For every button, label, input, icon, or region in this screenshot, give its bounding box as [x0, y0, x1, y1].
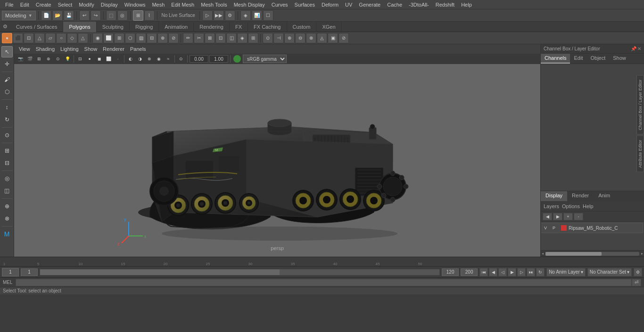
snap-curve-icon[interactable]: ⌇	[144, 10, 155, 21]
vp-menu-show[interactable]: Show	[83, 46, 99, 52]
tab-rigging[interactable]: Rigging	[130, 22, 159, 32]
render-tab[interactable]: Render	[567, 191, 594, 201]
sphere-icon[interactable]: ●	[2, 33, 12, 43]
goto-start-btn[interactable]: ⏮	[479, 268, 488, 276]
anim-tab[interactable]: Anim	[594, 191, 615, 201]
tab-custom[interactable]: Custom	[287, 22, 317, 32]
anim-layer-selector[interactable]: No Anim Layer ▾	[546, 268, 586, 276]
vp-light-icon[interactable]: 💡	[63, 55, 72, 63]
multi-cut-icon[interactable]: ✂	[194, 33, 204, 43]
translate-y-input[interactable]	[209, 55, 228, 63]
mode-selector[interactable]: Modeling ▼	[2, 11, 36, 20]
render-settings-icon[interactable]: ⚙	[225, 10, 235, 21]
merge2-icon[interactable]: ⊞	[248, 33, 258, 43]
pen-icon[interactable]: ✏	[183, 33, 193, 43]
hypershade-icon[interactable]: ◈	[240, 10, 251, 21]
tab-xgen[interactable]: XGen	[316, 22, 341, 32]
menu-surfaces[interactable]: Surfaces	[291, 1, 318, 8]
menu-modify[interactable]: Modify	[75, 1, 97, 8]
vp-smooth-icon[interactable]: ●	[85, 55, 94, 63]
subdiv-sphere-icon[interactable]: ◉	[92, 33, 103, 43]
move-tool-icon[interactable]: ✛	[1, 58, 13, 70]
plane-icon[interactable]: ▱	[45, 33, 56, 43]
vp-menu-shading[interactable]: Shading	[34, 46, 57, 52]
translate-x-input[interactable]	[190, 55, 208, 63]
display-tab[interactable]: Display	[541, 191, 567, 201]
timeline-slider[interactable]	[40, 269, 440, 275]
vp-menu-renderer[interactable]: Renderer	[101, 46, 126, 52]
channel-box-close-icon[interactable]: ✕	[637, 46, 641, 51]
range-end-input[interactable]	[442, 268, 459, 276]
scroll-right-arrow[interactable]: ▸	[640, 251, 644, 256]
vp-xray-icon[interactable]: ⊗	[145, 55, 154, 63]
vp-anim-icon[interactable]: ⊙	[54, 55, 62, 63]
mel-submit-btn[interactable]: ⏎	[632, 279, 641, 286]
help-option[interactable]: Help	[583, 203, 594, 209]
play-forward-btn[interactable]: ▶	[508, 268, 516, 276]
mel-input[interactable]	[16, 279, 632, 286]
open-file-icon[interactable]: 📂	[52, 10, 63, 21]
paint-tool-icon[interactable]: 🖌	[1, 74, 13, 85]
undo-icon[interactable]: ↩	[79, 10, 90, 21]
subdiv-plane-icon[interactable]: ▨	[136, 33, 146, 43]
cone-icon[interactable]: △	[34, 33, 45, 43]
bridge-icon[interactable]: ⊡	[215, 33, 226, 43]
goto-end-btn[interactable]: ⏭	[527, 268, 535, 276]
render-icon[interactable]: ▷	[202, 10, 213, 21]
pipe-icon[interactable]: ⊟	[147, 33, 157, 43]
render-seq-icon[interactable]: ▶▶	[214, 10, 224, 21]
menu-create[interactable]: Create	[33, 1, 55, 8]
cylinder-icon[interactable]: ⊡	[24, 33, 34, 43]
menu-edit-mesh[interactable]: Edit Mesh	[168, 1, 198, 8]
menu-curves[interactable]: Curves	[268, 1, 291, 8]
helix-icon[interactable]: ⊘	[168, 33, 179, 43]
vp-bone-icon[interactable]: ⊕	[44, 55, 53, 63]
vp-motion-icon[interactable]: ≈	[164, 55, 173, 63]
vp-cam-icon[interactable]: 📷	[16, 55, 25, 63]
menu-mesh[interactable]: Mesh	[149, 1, 168, 8]
extrude-icon[interactable]: ⊠	[205, 33, 215, 43]
menu-help[interactable]: Help	[458, 1, 475, 8]
vp-ambient-icon[interactable]: ◑	[136, 55, 144, 63]
lasso2-icon[interactable]: ⬡	[1, 86, 13, 97]
display-layer-icon[interactable]: ◫	[1, 185, 13, 196]
menu-display[interactable]: Display	[98, 1, 121, 8]
rotate-icon[interactable]: ↻	[1, 114, 13, 125]
prev-frame-btn[interactable]: ◀	[489, 268, 497, 276]
tab-polygons[interactable]: Polygons	[63, 22, 96, 32]
menu-file[interactable]: File	[2, 1, 17, 8]
current-frame-input[interactable]	[2, 268, 19, 276]
timeline-ruler[interactable]: 1 5 10 15 20 25	[0, 257, 644, 266]
menu-mesh-tools[interactable]: Mesh Tools	[198, 1, 230, 8]
rig-icon[interactable]: ⊕	[1, 201, 13, 212]
scroll-left-arrow[interactable]: ◂	[541, 251, 545, 256]
combine-icon[interactable]: ⊕	[284, 33, 295, 43]
cube-icon[interactable]: ⬛	[13, 33, 23, 43]
layers-option[interactable]: Layers	[544, 203, 559, 209]
show-tab[interactable]: Show	[609, 54, 630, 64]
menu-windows[interactable]: Windows	[121, 1, 149, 8]
layer-prev-btn[interactable]: ◀	[543, 213, 552, 220]
snap-grid-icon[interactable]: ⊞	[133, 10, 143, 21]
redo-icon[interactable]: ↪	[91, 10, 101, 21]
range-start-input[interactable]	[21, 268, 38, 276]
show-hide-icon[interactable]: ◎	[1, 173, 13, 184]
loop-btn[interactable]: ↻	[536, 268, 545, 276]
vp-bounding-icon[interactable]: ⬜	[104, 55, 113, 63]
scroll-track[interactable]	[545, 252, 639, 256]
menu-3dtoall[interactable]: -3DtoAll-	[405, 1, 432, 8]
layer-add-btn[interactable]: +	[563, 213, 573, 220]
smooth-icon[interactable]: ⊙	[263, 33, 273, 43]
vp-ao-icon[interactable]: ◉	[155, 55, 163, 63]
menu-uv[interactable]: UV	[342, 1, 355, 8]
rig2-icon[interactable]: ⊗	[1, 213, 13, 224]
lasso-icon[interactable]: ◎	[117, 10, 128, 21]
snap-grid2-icon[interactable]: ⊟	[1, 157, 13, 169]
vp-grid-icon[interactable]: ⊞	[35, 55, 43, 63]
subdiv-cube-icon[interactable]: ⬜	[103, 33, 114, 43]
vp-film-icon[interactable]: 🎬	[25, 55, 34, 63]
color-space-selector[interactable]: sRGB gamma	[243, 55, 287, 63]
torus-icon[interactable]: ○	[56, 33, 66, 43]
menu-generate[interactable]: Generate	[355, 1, 384, 8]
menu-deform[interactable]: Deform	[318, 1, 342, 8]
